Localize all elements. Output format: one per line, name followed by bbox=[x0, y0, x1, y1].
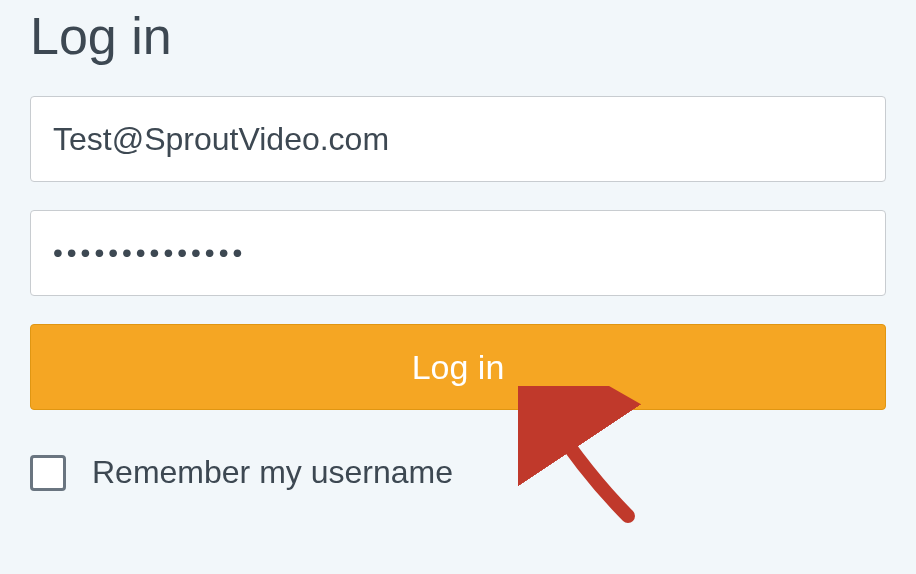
password-field[interactable] bbox=[30, 210, 886, 296]
remember-label[interactable]: Remember my username bbox=[92, 454, 453, 491]
page-title: Log in bbox=[30, 0, 886, 66]
login-button[interactable]: Log in bbox=[30, 324, 886, 410]
remember-checkbox[interactable] bbox=[30, 455, 66, 491]
email-field[interactable] bbox=[30, 96, 886, 182]
remember-row: Remember my username bbox=[30, 454, 886, 491]
